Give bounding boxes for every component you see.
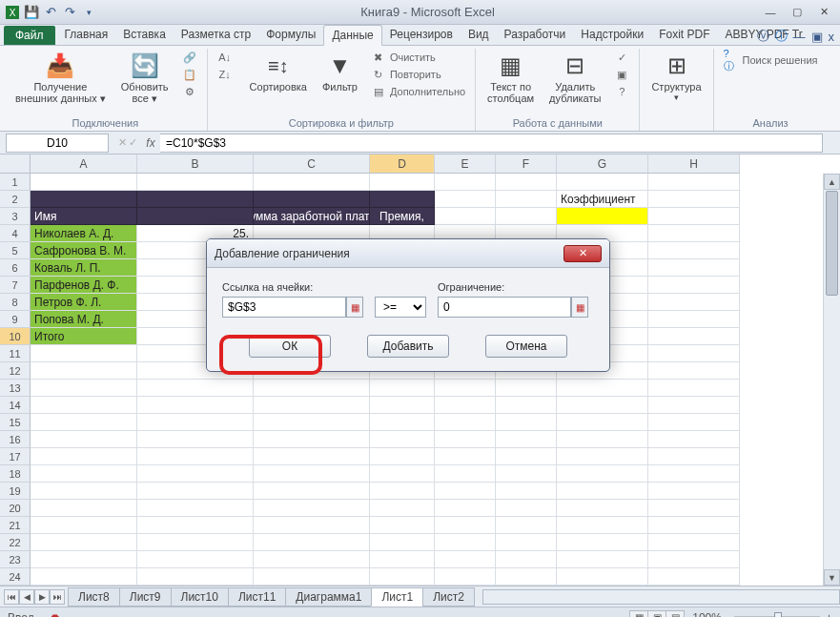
row-header-18[interactable]: 18 [0, 465, 31, 483]
cell-H21[interactable] [648, 517, 740, 534]
cell-D22[interactable] [370, 534, 435, 551]
ok-button[interactable]: ОК [249, 335, 331, 358]
cell-F15[interactable] [496, 414, 557, 431]
cell-D13[interactable] [370, 380, 435, 397]
enter-formula-icon[interactable]: ✓ [129, 136, 137, 149]
cell-H13[interactable] [648, 380, 740, 397]
cell-H18[interactable] [648, 465, 740, 483]
vertical-scrollbar[interactable]: ▲ ▼ [823, 174, 840, 586]
cell-G20[interactable] [557, 500, 648, 517]
cell-A10[interactable]: Итого [31, 328, 137, 345]
ribbon-tab-7[interactable]: Разработчи [497, 25, 574, 45]
cell-A5[interactable]: Сафронова В. М. [31, 242, 137, 259]
cell-D17[interactable] [370, 448, 435, 465]
constraint-input[interactable] [438, 297, 571, 318]
ribbon-tab-2[interactable]: Разметка стр [174, 25, 258, 45]
cell-D20[interactable] [370, 500, 435, 517]
operator-select[interactable]: >= [375, 297, 426, 318]
cell-F23[interactable] [496, 551, 557, 568]
cell-G16[interactable] [557, 431, 648, 448]
close-button[interactable]: ✕ [811, 4, 836, 21]
cell-B21[interactable] [137, 517, 254, 534]
zoom-in-icon[interactable]: + [826, 611, 832, 618]
cell-E17[interactable] [435, 448, 496, 465]
sort-asc-btn[interactable]: A↓ [214, 49, 236, 66]
col-header-C[interactable]: C [254, 154, 370, 174]
cell-H12[interactable] [648, 362, 740, 380]
cell-C22[interactable] [254, 534, 370, 551]
cell-F19[interactable] [496, 483, 557, 500]
cell-E22[interactable] [435, 534, 496, 551]
cell-G13[interactable] [557, 380, 648, 397]
cell-C20[interactable] [254, 500, 370, 517]
row-header-11[interactable]: 11 [0, 345, 31, 362]
cell-D24[interactable] [370, 568, 435, 586]
cell-H23[interactable] [648, 551, 740, 568]
validation-btn[interactable]: ✓ [610, 49, 633, 66]
sheet-first-icon[interactable]: ⏮ [4, 589, 19, 605]
refresh-all-button[interactable]: 🔄 Обновить все ▾ [115, 49, 174, 107]
row-header-12[interactable]: 12 [0, 362, 31, 380]
cell-A7[interactable]: Парфенов Д. Ф. [31, 277, 137, 294]
cell-D2[interactable] [370, 191, 435, 208]
cell-F24[interactable] [496, 568, 557, 586]
zoom-out-icon[interactable]: − [722, 611, 728, 618]
cell-H2[interactable] [648, 191, 740, 208]
cell-D3[interactable]: Премия, [370, 208, 435, 225]
cell-A12[interactable] [31, 362, 137, 380]
cell-E15[interactable] [435, 414, 496, 431]
cell-E19[interactable] [435, 483, 496, 500]
cell-C14[interactable] [254, 397, 370, 414]
consolidate-btn[interactable]: ▣ [610, 66, 633, 83]
cell-H17[interactable] [648, 448, 740, 465]
qat-dropdown-icon[interactable]: ▾ [80, 4, 97, 21]
cell-B18[interactable] [137, 465, 254, 483]
cell-B24[interactable] [137, 568, 254, 586]
grid[interactable]: КоэффициентИмяСумма заработной платы,Пре… [31, 174, 740, 586]
cell-E1[interactable] [435, 174, 496, 191]
cell-G15[interactable] [557, 414, 648, 431]
cell-A17[interactable] [31, 448, 137, 465]
sheet-prev-icon[interactable]: ◀ [19, 589, 34, 605]
row-header-3[interactable]: 3 [0, 208, 31, 225]
cell-A22[interactable] [31, 534, 137, 551]
help-icon[interactable]: ⓘ [775, 28, 788, 45]
scroll-down-icon[interactable]: ▼ [824, 569, 840, 586]
cell-A19[interactable] [31, 483, 137, 500]
row-header-16[interactable]: 16 [0, 431, 31, 448]
sheet-next-icon[interactable]: ▶ [34, 589, 50, 605]
cell-H20[interactable] [648, 500, 740, 517]
cell-A15[interactable] [31, 414, 137, 431]
cell-A23[interactable] [31, 551, 137, 568]
cell-H3[interactable] [648, 208, 740, 225]
cell-B2[interactable] [137, 191, 254, 208]
zoom-slider[interactable]: − + [722, 611, 832, 618]
cell-B17[interactable] [137, 448, 254, 465]
cell-F1[interactable] [496, 174, 557, 191]
page-layout-icon[interactable]: ▣ [647, 610, 666, 618]
cell-H19[interactable] [648, 483, 740, 500]
col-header-H[interactable]: H [648, 154, 740, 174]
row-header-22[interactable]: 22 [0, 534, 31, 551]
remove-duplicates-button[interactable]: ⊟ Удалить дубликаты [543, 49, 606, 106]
ribbon-tab-0[interactable]: Главная [57, 25, 116, 45]
cell-A3[interactable]: Имя [31, 208, 137, 225]
cell-G23[interactable] [557, 551, 648, 568]
col-header-B[interactable]: B [137, 154, 254, 174]
sheet-tab-1[interactable]: Лист9 [119, 587, 172, 607]
row-header-14[interactable]: 14 [0, 397, 31, 414]
save-icon[interactable]: 💾 [23, 4, 40, 21]
cell-H4[interactable] [648, 225, 740, 242]
clear-filter-btn[interactable]: ✖Очистить [367, 49, 469, 66]
range-picker-button[interactable]: ▦ [346, 297, 363, 318]
cell-C1[interactable] [254, 174, 370, 191]
doc-restore-icon[interactable]: ▣ [811, 30, 823, 44]
maximize-button[interactable]: ▢ [785, 4, 809, 21]
cell-E20[interactable] [435, 500, 496, 517]
row-header-19[interactable]: 19 [0, 483, 31, 500]
redo-icon[interactable]: ↷ [61, 4, 78, 21]
ribbon-tab-4[interactable]: Данные [323, 25, 381, 46]
cell-E3[interactable] [435, 208, 496, 225]
cell-C2[interactable] [254, 191, 370, 208]
row-header-4[interactable]: 4 [0, 225, 31, 242]
